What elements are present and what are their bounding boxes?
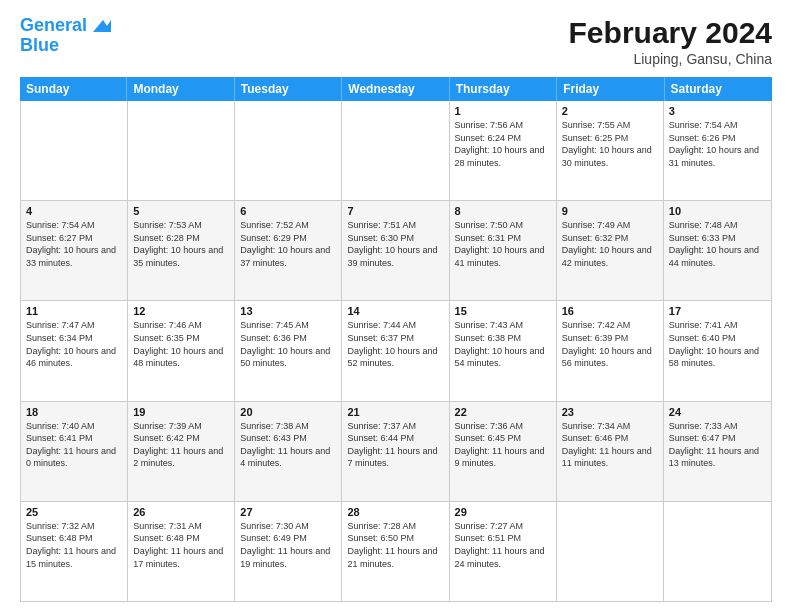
header-sunday: Sunday	[20, 77, 127, 101]
calendar-cell-r2-c2: 13Sunrise: 7:45 AMSunset: 6:36 PMDayligh…	[235, 301, 342, 400]
calendar-row-1: 4Sunrise: 7:54 AMSunset: 6:27 PMDaylight…	[21, 201, 771, 301]
day-detail: Sunrise: 7:54 AMSunset: 6:27 PMDaylight:…	[26, 219, 122, 269]
calendar-cell-r4-c5	[557, 502, 664, 601]
calendar-cell-r2-c3: 14Sunrise: 7:44 AMSunset: 6:37 PMDayligh…	[342, 301, 449, 400]
day-detail: Sunrise: 7:43 AMSunset: 6:38 PMDaylight:…	[455, 319, 551, 369]
calendar-cell-r4-c2: 27Sunrise: 7:30 AMSunset: 6:49 PMDayligh…	[235, 502, 342, 601]
day-detail: Sunrise: 7:56 AMSunset: 6:24 PMDaylight:…	[455, 119, 551, 169]
header: General Blue February 2024 Liuping, Gans…	[20, 16, 772, 67]
calendar-cell-r4-c3: 28Sunrise: 7:28 AMSunset: 6:50 PMDayligh…	[342, 502, 449, 601]
day-detail: Sunrise: 7:34 AMSunset: 6:46 PMDaylight:…	[562, 420, 658, 470]
day-number: 26	[133, 506, 229, 518]
calendar-row-3: 18Sunrise: 7:40 AMSunset: 6:41 PMDayligh…	[21, 402, 771, 502]
day-detail: Sunrise: 7:30 AMSunset: 6:49 PMDaylight:…	[240, 520, 336, 570]
day-detail: Sunrise: 7:53 AMSunset: 6:28 PMDaylight:…	[133, 219, 229, 269]
day-number: 3	[669, 105, 766, 117]
day-number: 11	[26, 305, 122, 317]
day-detail: Sunrise: 7:37 AMSunset: 6:44 PMDaylight:…	[347, 420, 443, 470]
title-area: February 2024 Liuping, Gansu, China	[569, 16, 772, 67]
day-detail: Sunrise: 7:41 AMSunset: 6:40 PMDaylight:…	[669, 319, 766, 369]
day-number: 8	[455, 205, 551, 217]
day-number: 28	[347, 506, 443, 518]
day-number: 7	[347, 205, 443, 217]
day-number: 5	[133, 205, 229, 217]
calendar-row-0: 1Sunrise: 7:56 AMSunset: 6:24 PMDaylight…	[21, 101, 771, 201]
day-detail: Sunrise: 7:50 AMSunset: 6:31 PMDaylight:…	[455, 219, 551, 269]
day-number: 10	[669, 205, 766, 217]
day-detail: Sunrise: 7:39 AMSunset: 6:42 PMDaylight:…	[133, 420, 229, 470]
calendar-cell-r3-c1: 19Sunrise: 7:39 AMSunset: 6:42 PMDayligh…	[128, 402, 235, 501]
day-number: 27	[240, 506, 336, 518]
calendar-cell-r2-c5: 16Sunrise: 7:42 AMSunset: 6:39 PMDayligh…	[557, 301, 664, 400]
calendar-header: Sunday Monday Tuesday Wednesday Thursday…	[20, 77, 772, 101]
calendar-cell-r0-c2	[235, 101, 342, 200]
day-number: 13	[240, 305, 336, 317]
day-number: 6	[240, 205, 336, 217]
main-title: February 2024	[569, 16, 772, 49]
calendar-cell-r4-c6	[664, 502, 771, 601]
calendar-cell-r0-c6: 3Sunrise: 7:54 AMSunset: 6:26 PMDaylight…	[664, 101, 771, 200]
calendar-cell-r4-c1: 26Sunrise: 7:31 AMSunset: 6:48 PMDayligh…	[128, 502, 235, 601]
day-detail: Sunrise: 7:31 AMSunset: 6:48 PMDaylight:…	[133, 520, 229, 570]
day-detail: Sunrise: 7:33 AMSunset: 6:47 PMDaylight:…	[669, 420, 766, 470]
day-detail: Sunrise: 7:42 AMSunset: 6:39 PMDaylight:…	[562, 319, 658, 369]
day-detail: Sunrise: 7:38 AMSunset: 6:43 PMDaylight:…	[240, 420, 336, 470]
calendar-row-4: 25Sunrise: 7:32 AMSunset: 6:48 PMDayligh…	[21, 502, 771, 601]
day-number: 24	[669, 406, 766, 418]
calendar-cell-r3-c4: 22Sunrise: 7:36 AMSunset: 6:45 PMDayligh…	[450, 402, 557, 501]
day-number: 9	[562, 205, 658, 217]
calendar-cell-r3-c2: 20Sunrise: 7:38 AMSunset: 6:43 PMDayligh…	[235, 402, 342, 501]
day-number: 19	[133, 406, 229, 418]
day-number: 18	[26, 406, 122, 418]
day-number: 2	[562, 105, 658, 117]
day-detail: Sunrise: 7:52 AMSunset: 6:29 PMDaylight:…	[240, 219, 336, 269]
logo-icon	[89, 14, 111, 36]
day-detail: Sunrise: 7:46 AMSunset: 6:35 PMDaylight:…	[133, 319, 229, 369]
day-number: 4	[26, 205, 122, 217]
calendar-cell-r1-c2: 6Sunrise: 7:52 AMSunset: 6:29 PMDaylight…	[235, 201, 342, 300]
calendar-cell-r1-c4: 8Sunrise: 7:50 AMSunset: 6:31 PMDaylight…	[450, 201, 557, 300]
calendar-cell-r4-c0: 25Sunrise: 7:32 AMSunset: 6:48 PMDayligh…	[21, 502, 128, 601]
header-friday: Friday	[557, 77, 664, 101]
calendar-cell-r2-c4: 15Sunrise: 7:43 AMSunset: 6:38 PMDayligh…	[450, 301, 557, 400]
header-monday: Monday	[127, 77, 234, 101]
calendar-cell-r3-c6: 24Sunrise: 7:33 AMSunset: 6:47 PMDayligh…	[664, 402, 771, 501]
day-number: 21	[347, 406, 443, 418]
header-wednesday: Wednesday	[342, 77, 449, 101]
day-detail: Sunrise: 7:54 AMSunset: 6:26 PMDaylight:…	[669, 119, 766, 169]
day-number: 1	[455, 105, 551, 117]
logo-text: General	[20, 16, 87, 36]
day-detail: Sunrise: 7:40 AMSunset: 6:41 PMDaylight:…	[26, 420, 122, 470]
day-detail: Sunrise: 7:55 AMSunset: 6:25 PMDaylight:…	[562, 119, 658, 169]
header-tuesday: Tuesday	[235, 77, 342, 101]
day-number: 20	[240, 406, 336, 418]
calendar-cell-r0-c5: 2Sunrise: 7:55 AMSunset: 6:25 PMDaylight…	[557, 101, 664, 200]
calendar-cell-r0-c1	[128, 101, 235, 200]
day-number: 22	[455, 406, 551, 418]
calendar-cell-r2-c1: 12Sunrise: 7:46 AMSunset: 6:35 PMDayligh…	[128, 301, 235, 400]
calendar-cell-r3-c5: 23Sunrise: 7:34 AMSunset: 6:46 PMDayligh…	[557, 402, 664, 501]
calendar-row-2: 11Sunrise: 7:47 AMSunset: 6:34 PMDayligh…	[21, 301, 771, 401]
header-saturday: Saturday	[665, 77, 772, 101]
calendar-cell-r3-c3: 21Sunrise: 7:37 AMSunset: 6:44 PMDayligh…	[342, 402, 449, 501]
day-detail: Sunrise: 7:47 AMSunset: 6:34 PMDaylight:…	[26, 319, 122, 369]
calendar-cell-r1-c5: 9Sunrise: 7:49 AMSunset: 6:32 PMDaylight…	[557, 201, 664, 300]
svg-marker-0	[93, 20, 111, 32]
day-detail: Sunrise: 7:28 AMSunset: 6:50 PMDaylight:…	[347, 520, 443, 570]
page: General Blue February 2024 Liuping, Gans…	[0, 0, 792, 612]
day-detail: Sunrise: 7:32 AMSunset: 6:48 PMDaylight:…	[26, 520, 122, 570]
header-thursday: Thursday	[450, 77, 557, 101]
day-number: 12	[133, 305, 229, 317]
day-number: 17	[669, 305, 766, 317]
day-detail: Sunrise: 7:48 AMSunset: 6:33 PMDaylight:…	[669, 219, 766, 269]
calendar: Sunday Monday Tuesday Wednesday Thursday…	[20, 77, 772, 602]
logo: General Blue	[20, 16, 111, 56]
day-detail: Sunrise: 7:45 AMSunset: 6:36 PMDaylight:…	[240, 319, 336, 369]
day-detail: Sunrise: 7:27 AMSunset: 6:51 PMDaylight:…	[455, 520, 551, 570]
logo-line1: General	[20, 15, 87, 35]
day-number: 29	[455, 506, 551, 518]
calendar-cell-r0-c0	[21, 101, 128, 200]
day-number: 14	[347, 305, 443, 317]
calendar-cell-r1-c0: 4Sunrise: 7:54 AMSunset: 6:27 PMDaylight…	[21, 201, 128, 300]
day-detail: Sunrise: 7:44 AMSunset: 6:37 PMDaylight:…	[347, 319, 443, 369]
